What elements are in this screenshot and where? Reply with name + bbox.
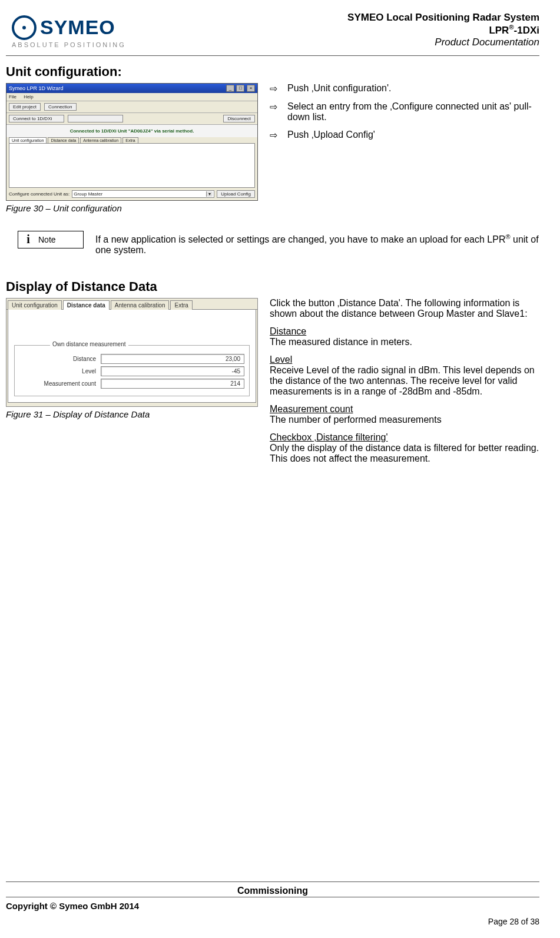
configure-as-label: Configure connected Unit as: bbox=[9, 191, 69, 197]
own-distance-group: Own distance measurement Distance 23,00 … bbox=[14, 345, 250, 396]
figure-30-caption: Figure 30 – Unit configuration bbox=[6, 203, 259, 213]
tab-extra[interactable]: Extra bbox=[170, 300, 192, 310]
note-badge: i Note bbox=[18, 231, 84, 248]
def-level: Receive Level of the radio signal in dBm… bbox=[270, 365, 535, 396]
section-heading-unit-config: Unit configuration: bbox=[6, 64, 539, 79]
secondary-button[interactable] bbox=[68, 115, 123, 122]
doc-title-line1: SYMEO Local Positioning Radar System bbox=[347, 12, 539, 24]
screenshot-distance: Unit configuration Distance data Antenna… bbox=[6, 298, 258, 407]
arrow-icon: ⇨ bbox=[270, 130, 280, 141]
distance-value: 23,00 bbox=[101, 354, 244, 364]
edit-project-button[interactable]: Edit project bbox=[9, 103, 41, 111]
def-distance: The measured distance in meters. bbox=[270, 337, 412, 347]
figure-31-caption: Figure 31 – Display of Distance Data bbox=[6, 409, 259, 419]
logo: SYMEO ABSOLUTE POSITIONING bbox=[12, 15, 126, 48]
group-legend: Own distance measurement bbox=[50, 341, 128, 347]
window-controls: _ □ × bbox=[226, 85, 255, 92]
connect-button[interactable]: Connect to 1D/DXi bbox=[9, 115, 64, 122]
def-measurement-count: The number of performed measurements bbox=[270, 415, 442, 425]
doc-title-line2: LPR®-1DXi bbox=[347, 24, 539, 37]
def-checkbox-filtering: Only the display of the distance data is… bbox=[270, 443, 539, 463]
footer-section-name: Commissioning bbox=[6, 886, 539, 896]
instruction-item: Select an entry from the ‚Configure conn… bbox=[287, 101, 539, 122]
term-checkbox-filtering: Checkbox ‚Distance filtering' bbox=[270, 432, 387, 442]
menu-file[interactable]: File bbox=[9, 94, 16, 100]
instruction-item: Push ‚Upload Config' bbox=[287, 130, 375, 141]
defs-intro: Click the button ‚Distance Data'. The fo… bbox=[270, 298, 539, 319]
term-measurement-count: Measurement count bbox=[270, 404, 353, 414]
distance-label: Distance bbox=[19, 356, 101, 362]
note-text: If a new application is selected or sett… bbox=[95, 231, 539, 256]
term-distance: Distance bbox=[270, 326, 306, 336]
tab-distance-data[interactable]: Distance data bbox=[63, 300, 110, 310]
tab-unit-configuration[interactable]: Unit configuration bbox=[9, 137, 47, 143]
footer-copyright: Copyright © Symeo GmbH 2014 bbox=[6, 901, 139, 911]
arrow-icon: ⇨ bbox=[270, 83, 280, 94]
measurement-count-value: 214 bbox=[101, 379, 244, 389]
page-footer: Commissioning Copyright © Symeo GmbH 201… bbox=[6, 881, 539, 926]
tab-extra[interactable]: Extra bbox=[122, 137, 138, 143]
minimize-icon[interactable]: _ bbox=[226, 85, 234, 92]
tab-antenna-calibration[interactable]: Antenna calibration bbox=[111, 300, 170, 310]
screenshot-wizard: Symeo LPR 1D Wizard _ □ × File Help Edit… bbox=[6, 83, 258, 201]
section-heading-distance: Display of Distance Data bbox=[6, 279, 539, 294]
level-label: Level bbox=[19, 368, 101, 374]
wizard-body bbox=[9, 143, 255, 188]
upload-config-button[interactable]: Upload Config bbox=[217, 190, 255, 198]
menu-help[interactable]: Help bbox=[24, 94, 33, 100]
note-block: i Note If a new application is selected … bbox=[18, 231, 539, 256]
page-header: SYMEO ABSOLUTE POSITIONING SYMEO Local P… bbox=[6, 12, 539, 48]
header-divider bbox=[6, 55, 539, 56]
logo-tagline: ABSOLUTE POSITIONING bbox=[12, 41, 126, 48]
term-level: Level bbox=[270, 354, 292, 364]
measurement-count-label: Measurement count bbox=[19, 380, 101, 387]
instruction-list: ⇨Push ‚Unit configuration'. ⇨Select an e… bbox=[270, 83, 539, 141]
chevron-down-icon: ▾ bbox=[206, 191, 213, 197]
tab-antenna-calibration[interactable]: Antenna calibration bbox=[80, 137, 121, 143]
wizard-title: Symeo LPR 1D Wizard bbox=[9, 85, 64, 91]
doc-title-line3: Product Documentation bbox=[347, 37, 539, 48]
definitions: Click the button ‚Distance Data'. The fo… bbox=[270, 298, 539, 471]
logo-mark-icon bbox=[12, 15, 37, 40]
tab-unit-configuration[interactable]: Unit configuration bbox=[8, 300, 62, 310]
logo-word: SYMEO bbox=[40, 16, 115, 39]
footer-page-number: Page 28 of 38 bbox=[6, 917, 539, 926]
configure-as-value: Group Master bbox=[74, 191, 102, 197]
connection-status: Connected to 1D/DXi Unit "AD00JZ4" via s… bbox=[6, 125, 257, 137]
tab-distance-data[interactable]: Distance data bbox=[48, 137, 79, 143]
connection-button[interactable]: Connection bbox=[44, 103, 76, 111]
arrow-icon: ⇨ bbox=[270, 101, 280, 122]
note-label: Note bbox=[38, 235, 56, 244]
doc-title-block: SYMEO Local Positioning Radar System LPR… bbox=[347, 12, 539, 48]
instruction-item: Push ‚Unit configuration'. bbox=[287, 83, 391, 94]
maximize-icon[interactable]: □ bbox=[236, 85, 244, 92]
disconnect-button[interactable]: Disconnect bbox=[223, 115, 255, 122]
level-value: -45 bbox=[101, 366, 244, 376]
info-icon: i bbox=[18, 233, 38, 246]
close-icon[interactable]: × bbox=[247, 85, 255, 92]
configure-as-select[interactable]: Group Master ▾ bbox=[72, 190, 214, 198]
